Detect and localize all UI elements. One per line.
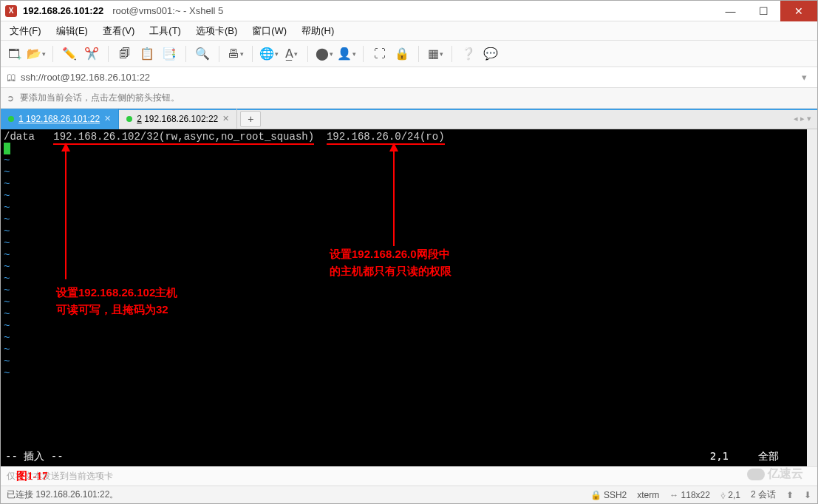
separator bbox=[307, 46, 308, 62]
help-icon[interactable]: ❔ bbox=[461, 47, 476, 61]
menu-file[interactable]: 文件(F) bbox=[4, 22, 47, 40]
tilde: ~ bbox=[4, 202, 10, 214]
title-active: 192.168.26.101:22 bbox=[23, 5, 103, 16]
tilde: ~ bbox=[4, 166, 10, 178]
pos-icon: ⎀ bbox=[720, 490, 726, 500]
tilde: ~ bbox=[4, 355, 10, 367]
addressbar: 🕮 ssh://root@192.168.26.101:22 ▾ bbox=[1, 67, 817, 88]
menu-window[interactable]: 窗口(W) bbox=[246, 22, 293, 40]
term-entry-2: 192.168.26.0/24(ro) bbox=[327, 131, 445, 145]
font-icon[interactable]: A̲▾ bbox=[284, 47, 299, 61]
separator bbox=[52, 46, 53, 62]
status-pos: 2,1 bbox=[728, 490, 740, 500]
term-entry-1: 192.168.26.102/32(rw,async,no_root_squas… bbox=[53, 131, 314, 145]
copy-icon[interactable]: 📋 bbox=[140, 47, 154, 61]
vim-scroll: 全部 bbox=[758, 450, 779, 463]
toolbar: 🗔＋ 📂▾ ✏️ ✂️ 🗐 📋 📑 🔍 🖶▾ 🌐▾ A̲▾ ⬤▾ 👤▾ ⛶ 🔒 … bbox=[1, 41, 817, 67]
status-sessions: 2 会话 bbox=[751, 488, 776, 501]
annotation-right-line2: 的主机都只有只读的权限 bbox=[330, 263, 451, 280]
separator bbox=[418, 46, 419, 62]
tilde: ~ bbox=[4, 296, 10, 308]
hintbar: ➲ 要添加当前会话，点击左侧的箭头按钮。 bbox=[1, 88, 817, 109]
tilde: ~ bbox=[4, 154, 10, 166]
open-session-icon[interactable]: 📂▾ bbox=[29, 47, 44, 61]
maximize-button[interactable]: ☐ bbox=[747, 1, 780, 21]
status-ssh: SSH2 bbox=[604, 490, 627, 500]
new-session-icon[interactable]: 🗔＋ bbox=[7, 47, 21, 61]
annotation-left: 设置192.168.26.102主机 可读可写，且掩码为32 bbox=[56, 285, 177, 318]
tilde: ~ bbox=[4, 261, 10, 273]
status-term: xterm bbox=[637, 490, 659, 500]
terminal[interactable]: /data 192.168.26.102/32(rw,async,no_root… bbox=[1, 129, 817, 466]
close-button[interactable]: ✕ bbox=[780, 1, 817, 21]
globe-icon[interactable]: 🌐▾ bbox=[262, 47, 276, 61]
chat-icon[interactable]: 💬 bbox=[483, 47, 498, 61]
app-icon: X bbox=[5, 5, 17, 17]
tab-1-num: 1 bbox=[18, 114, 24, 124]
address-expand-icon[interactable]: ▾ bbox=[797, 72, 811, 83]
tilde: ~ bbox=[4, 178, 10, 190]
status-dot-icon bbox=[8, 116, 14, 122]
statusbar: 已连接 192.168.26.101:22。 🔒 SSH2 xterm ↔ 11… bbox=[1, 486, 817, 503]
annotation-left-line2: 可读可写，且掩码为32 bbox=[56, 302, 177, 319]
hint-text: 要添加当前会话，点击左侧的箭头按钮。 bbox=[20, 92, 180, 104]
separator bbox=[363, 46, 364, 62]
tab-2-close-icon[interactable]: ✕ bbox=[222, 114, 229, 123]
annotation-left-line1: 设置192.168.26.102主机 bbox=[56, 285, 177, 302]
properties-icon[interactable]: 🗐 bbox=[117, 47, 132, 61]
color-icon[interactable]: ⬤▾ bbox=[317, 47, 332, 61]
separator bbox=[185, 46, 186, 62]
status-size: 118x22 bbox=[681, 490, 710, 500]
titlebar: X 192.168.26.101:22 root@vms001:~ - Xshe… bbox=[1, 1, 817, 21]
tilde: ~ bbox=[4, 214, 10, 225]
disconnect-icon[interactable]: ✂️ bbox=[84, 47, 99, 61]
status-dot-icon bbox=[126, 116, 132, 122]
hint-arrow-icon[interactable]: ➲ bbox=[7, 93, 14, 103]
fullscreen-icon[interactable]: ⛶ bbox=[372, 47, 387, 61]
annotation-right-line1: 设置192.168.26.0网段中 bbox=[330, 246, 451, 263]
figure-label: 图1-17 bbox=[16, 469, 48, 483]
tab-add-button[interactable]: + bbox=[240, 111, 261, 127]
tilde: ~ bbox=[4, 308, 10, 320]
minimize-button[interactable]: — bbox=[714, 1, 747, 21]
down-arrow-icon[interactable]: ⬇ bbox=[804, 490, 811, 500]
menu-tabs[interactable]: 选项卡(B) bbox=[190, 22, 243, 40]
address-url[interactable]: ssh://root@192.168.26.101:22 bbox=[21, 72, 150, 83]
title-rest: root@vms001:~ - Xshell 5 bbox=[112, 5, 223, 16]
lock-small-icon: 🔒 bbox=[590, 490, 601, 500]
separator bbox=[108, 46, 109, 62]
tilde: ~ bbox=[4, 237, 10, 249]
reconnect-icon[interactable]: ✏️ bbox=[62, 47, 77, 61]
paste-icon[interactable]: 📑 bbox=[162, 47, 177, 61]
find-icon[interactable]: 🔍 bbox=[195, 47, 210, 61]
tab-1[interactable]: 1 192.168.26.101:22 ✕ bbox=[1, 109, 119, 129]
vim-mode: -- 插入 -- bbox=[5, 450, 64, 463]
menu-tools[interactable]: 工具(T) bbox=[143, 22, 187, 40]
tabsbar: 1 192.168.26.101:22 ✕ 2 192.168.26.102:2… bbox=[1, 109, 817, 129]
tilde: ~ bbox=[4, 320, 10, 332]
tab-1-close-icon[interactable]: ✕ bbox=[104, 114, 111, 123]
bookmark-icon[interactable]: 🕮 bbox=[7, 72, 16, 83]
menu-view[interactable]: 查看(V) bbox=[97, 22, 140, 40]
vim-pos: 2,1 bbox=[710, 450, 729, 463]
separator bbox=[219, 46, 219, 62]
user-icon[interactable]: 👤▾ bbox=[339, 47, 354, 61]
up-arrow-icon[interactable]: ⬆ bbox=[786, 490, 794, 500]
tilde: ~ bbox=[4, 332, 10, 344]
size-icon: ↔ bbox=[669, 490, 678, 500]
menu-help[interactable]: 帮助(H) bbox=[296, 22, 340, 40]
tab-2[interactable]: 2 192.168.26.102:22 ✕ bbox=[119, 109, 237, 129]
window-controls: — ☐ ✕ bbox=[714, 1, 817, 21]
layout-icon[interactable]: ▦▾ bbox=[428, 47, 443, 61]
lock-icon[interactable]: 🔒 bbox=[395, 47, 409, 61]
menu-edit[interactable]: 编辑(E) bbox=[50, 22, 94, 40]
cursor bbox=[4, 143, 10, 154]
tilde: ~ bbox=[4, 225, 10, 237]
tilde: ~ bbox=[4, 190, 10, 202]
tab-1-label: 192.168.26.101:22 bbox=[26, 114, 100, 124]
tilde: ~ bbox=[4, 285, 10, 296]
print-icon[interactable]: 🖶▾ bbox=[228, 47, 243, 61]
separator bbox=[451, 46, 452, 62]
tab-nav-icons[interactable]: ◂ ▸ ▾ bbox=[788, 114, 817, 123]
tilde: ~ bbox=[4, 273, 10, 285]
